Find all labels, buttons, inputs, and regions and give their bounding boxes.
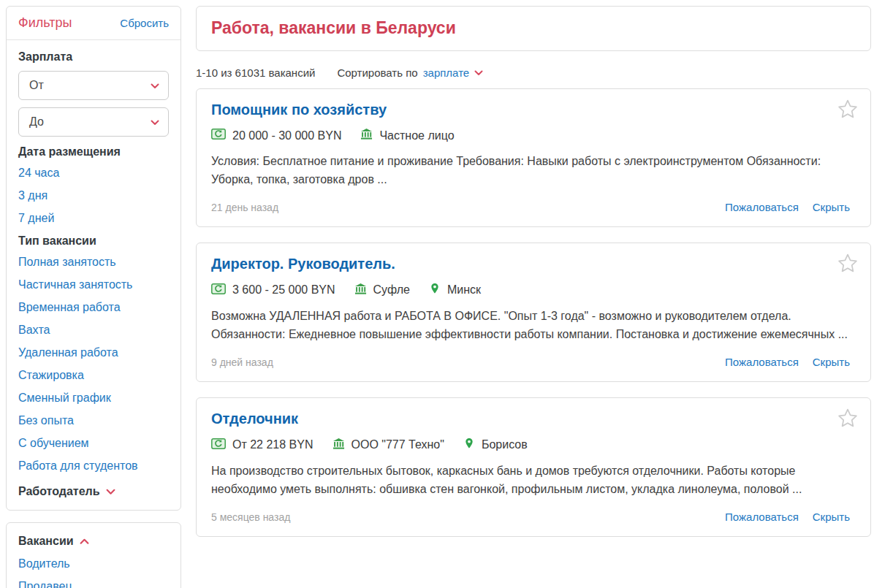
favorite-star-button[interactable] [837, 408, 859, 431]
filter-type-rotation[interactable]: Вахта [18, 323, 169, 337]
favorite-star-button[interactable] [837, 99, 859, 122]
location-pin-icon [429, 282, 441, 295]
salary-from-select[interactable]: От [18, 71, 169, 100]
sortbar: 1-10 из 61031 вакансий Сортировать по за… [196, 66, 871, 79]
employer-section-toggle[interactable]: Работодатель [18, 485, 169, 498]
salary-to-select[interactable]: До [18, 107, 169, 137]
page: Фильтры Сбросить Зарплата От До Да [0, 0, 874, 588]
employer-section-label: Работодатель [18, 485, 100, 498]
job-posted-date: 21 день назад [211, 202, 278, 213]
job-company: ООО "777 Техно" [332, 438, 444, 453]
filter-type-internship[interactable]: Стажировка [18, 368, 169, 383]
bank-icon [354, 283, 367, 295]
filters-panel-header: Фильтры Сбросить [7, 7, 180, 40]
job-footer: 21 день назад Пожаловаться Скрыть [211, 198, 856, 218]
job-salary-value: От 22 218 BYN [232, 438, 314, 451]
report-job-link[interactable]: Пожаловаться [725, 201, 799, 213]
chevron-down-icon [151, 120, 159, 126]
job-company-value: Суфле [373, 283, 410, 297]
date-section-label: Дата размещения [18, 145, 169, 159]
job-salary: От 22 218 BYN [211, 438, 314, 452]
job-description: Возможна УДАЛЕННАЯ работа и РАБОТА В ОФИ… [211, 307, 856, 343]
chevron-down-icon [151, 83, 159, 89]
sort-by-salary-link[interactable]: зарплате [423, 66, 484, 79]
vacancies-section-toggle[interactable]: Вакансии [18, 535, 169, 548]
filter-date-24h[interactable]: 24 часа [18, 166, 169, 180]
location-pin-icon [463, 437, 475, 450]
job-title-link[interactable]: Отделочник [211, 411, 298, 427]
hide-job-link[interactable]: Скрыть [813, 511, 850, 523]
job-salary: 20 000 - 30 000 BYN [211, 129, 341, 142]
job-city: Минск [429, 282, 481, 298]
star-icon [837, 99, 859, 120]
vacancies-panel-body: Вакансии Водитель Продавец Уборщик помещ… [7, 523, 180, 588]
job-company-value: Частное лицо [379, 129, 454, 142]
job-card: Помощник по хозяйству 20 000 - 30 000 BY… [196, 88, 871, 227]
filter-type-students[interactable]: Работа для студентов [18, 459, 169, 473]
report-job-link[interactable]: Пожаловаться [725, 356, 799, 368]
job-description: На производство строительных бытовок, ка… [211, 462, 856, 498]
job-title-link[interactable]: Помощник по хозяйству [211, 102, 387, 118]
job-description: Условия: Бесплатное питание и проживание… [211, 152, 856, 188]
job-salary-value: 20 000 - 30 000 BYN [232, 129, 341, 142]
filter-type-no-experience[interactable]: Без опыта [18, 413, 169, 428]
page-title: Работа, вакансии в Беларуси [211, 18, 856, 38]
job-company: Частное лицо [360, 128, 454, 143]
salary-to-value: До [29, 115, 44, 129]
filter-type-temporary[interactable]: Временная работа [18, 300, 169, 315]
job-company: Суфле [354, 283, 410, 298]
filter-type-part-time[interactable]: Частичная занятость [18, 278, 169, 292]
filter-type-full-time[interactable]: Полная занятость [18, 255, 169, 270]
chevron-down-icon [106, 489, 115, 495]
results-area: Работа, вакансии в Беларуси 1-10 из 6103… [196, 6, 871, 588]
vacancy-link-seller[interactable]: Продавец [18, 579, 169, 588]
vacancies-panel: Вакансии Водитель Продавец Уборщик помещ… [6, 522, 181, 588]
bank-icon [332, 438, 345, 450]
filter-type-with-training[interactable]: С обучением [18, 436, 169, 451]
salary-from-value: От [29, 79, 44, 92]
filters-panel: Фильтры Сбросить Зарплата От До Да [6, 6, 181, 511]
filters-sidebar: Фильтры Сбросить Зарплата От До Да [6, 6, 181, 588]
job-posted-date: 5 месяцев назад [211, 511, 290, 523]
banknote-icon [211, 438, 226, 449]
banknote-icon [211, 283, 226, 294]
vacancies-section-label: Вакансии [18, 535, 74, 548]
filters-title: Фильтры [18, 15, 72, 31]
banknote-icon [211, 129, 226, 140]
filter-date-3d[interactable]: 3 дня [18, 188, 169, 203]
bank-icon [360, 128, 373, 140]
filter-date-7d[interactable]: 7 дней [18, 211, 169, 226]
filter-type-shift[interactable]: Сменный график [18, 391, 169, 405]
star-icon [837, 408, 859, 429]
filter-type-remote[interactable]: Удаленная работа [18, 345, 169, 360]
reset-filters-link[interactable]: Сбросить [120, 17, 169, 29]
star-icon [837, 253, 859, 274]
sort-value: зарплате [423, 66, 470, 79]
job-city-value: Минск [447, 283, 481, 297]
salary-section-label: Зарплата [18, 50, 169, 64]
job-salary: 3 600 - 25 000 BYN [211, 283, 335, 297]
hide-job-link[interactable]: Скрыть [813, 201, 850, 213]
job-city-value: Борисов [482, 438, 528, 451]
favorite-star-button[interactable] [837, 253, 859, 276]
job-footer: 5 месяцев назад Пожаловаться Скрыть [211, 508, 856, 527]
job-city: Борисов [463, 437, 528, 453]
job-card: Директор. Руководитель. 3 600 - 25 000 B… [196, 243, 871, 382]
job-meta: От 22 218 BYN ООО "777 Техно" Борисов [211, 437, 856, 453]
filters-panel-body: Зарплата От До Дата размещения 24 часа 3… [7, 40, 180, 510]
job-meta: 20 000 - 30 000 BYN Частное лицо [211, 128, 856, 143]
job-salary-value: 3 600 - 25 000 BYN [232, 283, 335, 297]
job-footer: 9 дней назад Пожаловаться Скрыть [211, 353, 856, 373]
vacancy-link-driver[interactable]: Водитель [18, 557, 169, 571]
page-title-card: Работа, вакансии в Беларуси [196, 6, 871, 51]
job-title-link[interactable]: Директор. Руководитель. [211, 256, 395, 272]
job-card: Отделочник От 22 218 BYN ООО "777 Техно" [196, 397, 871, 537]
results-count: 1-10 из 61031 вакансий [196, 66, 315, 79]
report-job-link[interactable]: Пожаловаться [725, 511, 799, 523]
job-posted-date: 9 дней назад [211, 356, 273, 368]
sort-label: Сортировать по [337, 66, 417, 79]
chevron-down-icon [474, 70, 483, 76]
hide-job-link[interactable]: Скрыть [813, 356, 850, 368]
type-section-label: Тип вакансии [18, 234, 169, 248]
job-company-value: ООО "777 Техно" [352, 438, 444, 451]
